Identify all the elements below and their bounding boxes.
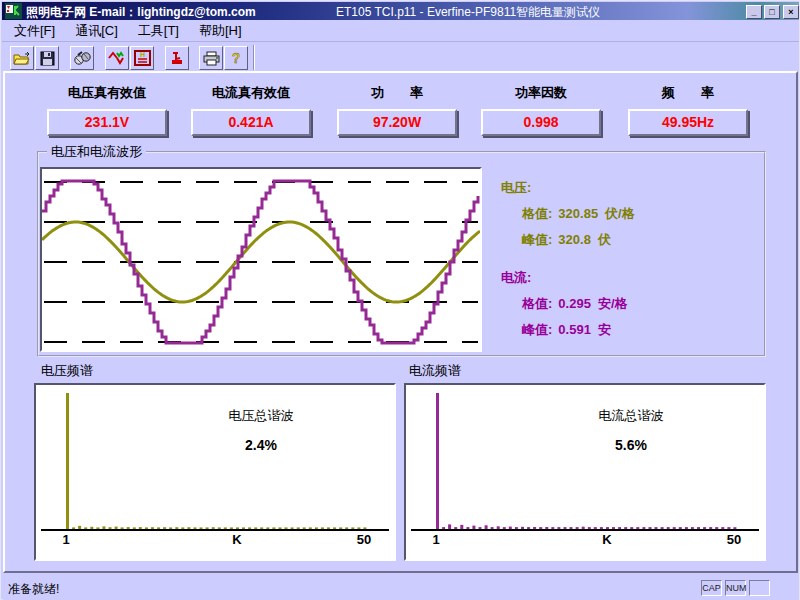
current-thd-value: 5.6% <box>615 437 647 453</box>
wave-chart <box>42 169 480 350</box>
save-button[interactable] <box>35 46 59 70</box>
harmonic-bar <box>715 527 718 529</box>
help-icon: ? <box>229 50 243 66</box>
harmonic-bar <box>315 527 318 529</box>
wave-plot <box>40 167 482 352</box>
harmonic-bar <box>291 527 294 529</box>
harmonics-list-button[interactable]: H <box>130 46 154 70</box>
voltage-per-div-row: 格值:320.85伏/格 <box>522 205 635 223</box>
harmonic-bar <box>242 527 245 529</box>
status-message: 准备就绪! <box>8 581 59 598</box>
harmonic-bar <box>600 527 603 529</box>
current-spectrum-label: 电流频谱 <box>409 362 461 380</box>
current-spectrum-chart: 电流总谐波 5.6% 1 K 50 <box>404 383 766 561</box>
harmonic-bar <box>515 527 518 529</box>
wave-groupbox-title: 电压和电流波形 <box>47 143 146 161</box>
voltage-per-div-value: 320.85 <box>558 206 598 221</box>
harmonic-bar <box>606 527 609 529</box>
titlebar: 照明电子网 E-mail：lightingdz@tom.com ET105 TC… <box>2 2 799 20</box>
harmonic-bar <box>218 527 221 529</box>
help-button[interactable]: ? <box>224 46 248 70</box>
harmonic-bar <box>297 527 300 529</box>
voltage-spectrum-label: 电压频谱 <box>41 362 93 380</box>
voltage-spectrum-tick-1: 1 <box>62 532 69 547</box>
harmonic-bar <box>303 527 306 529</box>
svg-text:?: ? <box>232 50 241 66</box>
menu-item-comm[interactable]: 通讯[C] <box>69 20 124 42</box>
harmonic-bar <box>588 527 591 529</box>
voltage-per-div-unit: 伏/格 <box>605 206 635 221</box>
harmonic-bar <box>127 527 130 529</box>
voltage-waveform <box>42 222 480 302</box>
harmonic-bar <box>351 527 354 529</box>
current-per-div-label: 格值: <box>522 296 552 311</box>
close-button[interactable]: × <box>783 5 799 19</box>
open-folder-icon <box>13 51 31 65</box>
harmonic-bar <box>285 527 288 529</box>
harmonic-bar <box>576 527 579 529</box>
harmonic-bar <box>448 524 451 529</box>
current-waveform <box>42 181 478 343</box>
current-spectrum-tick-50: 50 <box>727 532 741 547</box>
current-rms-value: 0.421A <box>191 109 311 136</box>
harmonic-bar <box>333 527 336 529</box>
harmonic-bar <box>564 527 567 529</box>
harmonic-bar <box>66 393 69 529</box>
app-icon <box>5 3 22 19</box>
harmonic-bar <box>321 527 324 529</box>
harmonic-bar <box>266 527 269 529</box>
indicator-cap: CAP <box>701 580 722 596</box>
harmonic-bar <box>121 527 124 529</box>
harmonic-bar <box>212 527 215 529</box>
harmonic-bar <box>491 527 494 529</box>
current-peak-row: 峰值:0.591安 <box>522 321 611 339</box>
harmonic-bar <box>272 527 275 529</box>
harmonic-bar <box>194 527 197 529</box>
minimize-button[interactable]: _ <box>746 5 762 19</box>
harmonic-bar <box>557 527 560 529</box>
harmonic-bar <box>327 527 330 529</box>
harmonic-bar <box>630 527 633 529</box>
harmonic-bar <box>727 527 730 529</box>
harmonic-bar <box>551 527 554 529</box>
harmonic-bar <box>497 526 500 529</box>
harmonic-bar <box>145 527 148 529</box>
voltage-spectrum-chart: 电压总谐波 2.4% 1 K 50 <box>34 383 396 561</box>
harmonic-bar <box>139 527 142 529</box>
frequency-value: 49.95Hz <box>628 109 748 136</box>
harmonic-bar <box>703 527 706 529</box>
print-button[interactable] <box>199 46 223 70</box>
voltage-spectrum-tick-50: 50 <box>357 532 371 547</box>
menu-item-tools[interactable]: 工具[T] <box>132 20 185 42</box>
harmonic-bar <box>309 527 312 529</box>
search-button[interactable] <box>70 46 94 70</box>
maximize-button[interactable]: □ <box>764 5 780 19</box>
current-info-header: 电流: <box>501 269 531 287</box>
test-button[interactable] <box>165 46 189 70</box>
harmonic-bar <box>206 527 209 529</box>
window-title: 照明电子网 E-mail：lightingdz@tom.com <box>26 4 256 21</box>
power-value: 97.20W <box>337 109 457 136</box>
statusbar: 准备就绪! CAP NUM <box>3 575 799 600</box>
current-peak-label: 峰值: <box>522 322 552 337</box>
harmonic-bar <box>248 527 251 529</box>
menu-item-file[interactable]: 文件[F] <box>8 20 61 42</box>
menubar: 文件[F] 通讯[C] 工具[T] 帮助[H] <box>2 20 799 42</box>
waveform-view-button[interactable] <box>105 46 129 70</box>
harmonic-bar <box>115 527 118 529</box>
harmonic-bar <box>545 527 548 529</box>
harmonic-bar <box>363 527 366 529</box>
harmonic-bar <box>503 527 506 529</box>
indicator-blank <box>749 580 770 596</box>
harmonic-bar <box>709 527 712 529</box>
frequency-label: 频 率 <box>627 84 749 102</box>
menu-item-help[interactable]: 帮助[H] <box>193 20 248 42</box>
harmonic-bar <box>260 527 263 529</box>
open-button[interactable] <box>10 46 34 70</box>
harmonic-bar <box>521 527 524 529</box>
test-icon <box>169 50 185 66</box>
harmonic-bar <box>612 527 615 529</box>
voltage-rms-label: 电压真有效值 <box>46 84 168 102</box>
harmonic-bar <box>667 527 670 529</box>
harmonic-bar <box>339 527 342 529</box>
